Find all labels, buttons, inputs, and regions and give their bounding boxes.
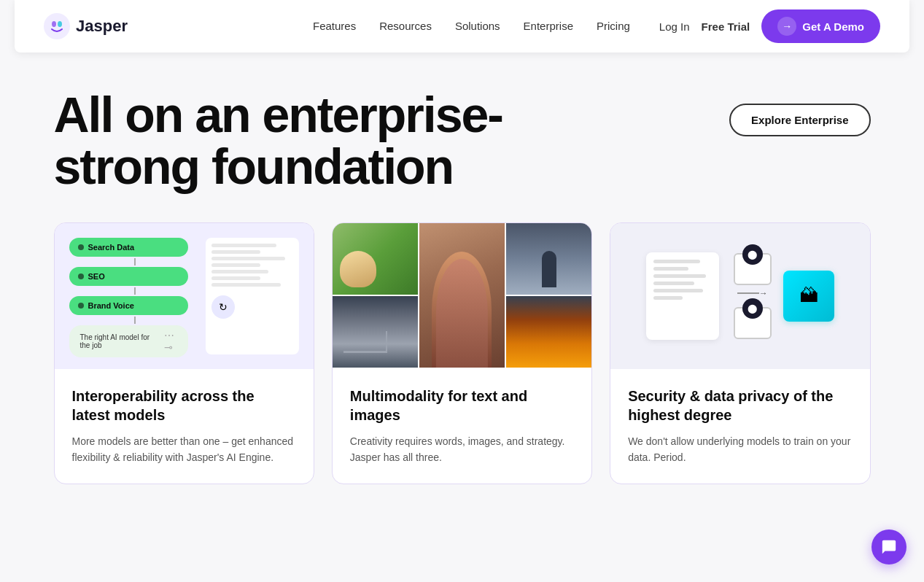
card-interoperability-title: Interoperability across the latest model… [72, 387, 296, 424]
card-security: ⬤ → ⬤ [610, 222, 870, 484]
security-flow: ⬤ → ⬤ [734, 253, 772, 339]
free-trial-button[interactable]: Free Trial [702, 20, 750, 33]
logo-link[interactable]: Jasper [44, 13, 128, 39]
nav-features[interactable]: Features [313, 20, 356, 32]
card-interoperability: Search Data SEO Brand Voice [54, 222, 314, 484]
card-multimodality-desc: Creativity requires words, images, and s… [350, 433, 574, 466]
nav-resources[interactable]: Resources [379, 20, 432, 32]
workflow-step-ai: The right AI model for the job ⋯⊸ [69, 325, 188, 357]
step-label-ai: The right AI model for the job [80, 333, 161, 349]
nav-pricing[interactable]: Pricing [597, 20, 630, 32]
navbar: Jasper Features Resources Solutions Ente… [44, 0, 880, 53]
flow-node-bottom: ⬤ [734, 307, 772, 339]
nav-solutions[interactable]: Solutions [455, 20, 500, 32]
connector-3 [82, 317, 188, 324]
explore-enterprise-button[interactable]: Explore Enterprise [729, 104, 870, 136]
hero-section: All on an enterprise-strong foundation E… [54, 89, 871, 193]
card-security-image: ⬤ → ⬤ [610, 223, 869, 369]
chat-bubble-button[interactable] [871, 529, 906, 564]
flow-node-top: ⬤ [734, 253, 772, 285]
photo-portrait [419, 223, 505, 368]
jasper-logo-icon [44, 13, 70, 39]
chat-icon [881, 539, 897, 555]
card-security-desc: We don't allow underlying models to trai… [628, 433, 852, 466]
navbar-wrapper: Jasper Features Resources Solutions Ente… [15, 0, 909, 53]
nav-enterprise[interactable]: Enterprise [524, 20, 573, 32]
card-multimodality: Multimodality for text and images Creati… [332, 222, 592, 484]
photo-dog [333, 223, 418, 295]
hero-heading: All on an enterprise-strong foundation [54, 89, 502, 193]
photo-ship [333, 296, 418, 368]
get-demo-button[interactable]: → Get A Demo [761, 9, 880, 43]
card-multimodality-body: Multimodality for text and images Creati… [333, 369, 591, 484]
card-multimodality-title: Multimodality for text and images [350, 387, 574, 424]
security-image-box: 🏔 [783, 271, 834, 322]
login-button[interactable]: Log In [659, 20, 690, 33]
demo-arrow-icon: → [777, 17, 796, 36]
workflow-step-search: Search Data [69, 238, 188, 257]
hero-heading-text: All on an enterprise-strong foundation [54, 87, 502, 194]
nav-links: Features Resources Solutions Enterprise … [313, 20, 630, 33]
main-content: All on an enterprise-strong foundation E… [25, 53, 900, 513]
photo-sunset [506, 296, 591, 368]
photo-silhouette [506, 223, 591, 295]
workflow-step-brand: Brand Voice [69, 296, 188, 315]
node-top-icon: ⬤ [742, 244, 763, 265]
svg-point-0 [44, 13, 70, 39]
connector-2 [82, 287, 188, 295]
photo-grid [333, 223, 591, 369]
image-landscape-icon: 🏔 [799, 284, 818, 307]
doc-refresh-icon: ↻ [211, 295, 235, 319]
card-interoperability-desc: More models are better than one – get en… [72, 433, 296, 466]
security-document [646, 252, 719, 340]
connector-1 [82, 258, 188, 265]
step-label-brand: Brand Voice [88, 301, 134, 310]
card-interoperability-image: Search Data SEO Brand Voice [55, 223, 314, 369]
flow-arrows: → [737, 288, 768, 298]
svg-point-2 [58, 21, 62, 27]
card-multimodality-image [333, 223, 591, 369]
cards-grid: Search Data SEO Brand Voice [54, 222, 871, 484]
demo-label: Get A Demo [802, 20, 864, 33]
step-label-seo: SEO [88, 272, 105, 281]
card-security-title: Security & data privacy of the highest d… [628, 387, 852, 424]
node-bottom-icon: ⬤ [742, 298, 763, 319]
step-label-search: Search Data [88, 243, 135, 252]
card-security-body: Security & data privacy of the highest d… [610, 369, 869, 484]
workflow-illustration: Search Data SEO Brand Voice [55, 223, 314, 369]
security-illustration: ⬤ → ⬤ [610, 223, 869, 369]
workflow-step-seo: SEO [69, 267, 188, 286]
workflow-doc: ↻ [206, 238, 299, 354]
nav-actions: Log In Free Trial → Get A Demo [659, 9, 880, 43]
card-interoperability-body: Interoperability across the latest model… [55, 369, 314, 484]
svg-point-1 [52, 21, 56, 27]
logo-text: Jasper [76, 17, 128, 36]
